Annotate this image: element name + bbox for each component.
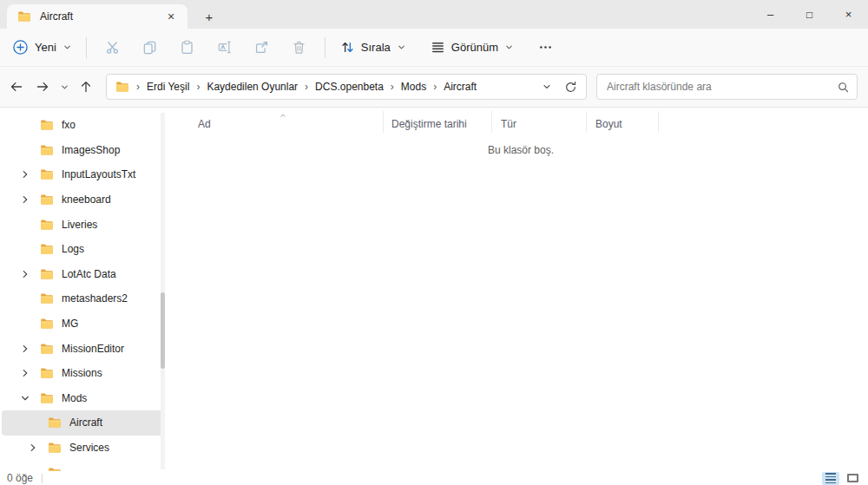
tree-item[interactable]: Aircraft [2, 410, 163, 436]
tree-item[interactable]: LotAtc Data [2, 262, 163, 287]
tree-item[interactable]: MissionEditor [2, 336, 163, 361]
tree-expander[interactable] [17, 317, 33, 331]
tree-expander[interactable] [25, 416, 41, 429]
tree-expander[interactable] [17, 242, 33, 256]
large-icons-view-toggle[interactable] [844, 472, 861, 485]
refresh-icon[interactable] [564, 81, 577, 94]
details-view-icon [825, 473, 836, 483]
copy-button[interactable] [131, 34, 168, 62]
breadcrumb-item[interactable]: Aircraft [426, 81, 477, 93]
column-header[interactable]: Tür [491, 111, 586, 133]
address-dropdown-chevron-icon[interactable] [542, 82, 552, 92]
thumbnail-view-icon [847, 474, 858, 482]
tree-item[interactable]: Missions [2, 361, 163, 386]
folder-icon [40, 218, 54, 232]
tree-expander[interactable] [17, 267, 33, 281]
tree-item-label: kneeboard [62, 193, 111, 206]
new-tab-button[interactable]: + [198, 6, 220, 27]
minimize-button[interactable]: – [751, 0, 790, 29]
tree-item[interactable]: kneeboard [2, 187, 163, 213]
breadcrumb-label: Mods [401, 81, 426, 93]
maximize-button[interactable]: □ [790, 0, 829, 29]
folder-icon [17, 10, 31, 23]
up-button[interactable] [73, 74, 99, 100]
new-button-label: Yeni [35, 41, 56, 54]
copy-icon [142, 40, 157, 55]
view-button[interactable]: Görünüm [423, 34, 522, 62]
back-button[interactable] [3, 74, 30, 100]
delete-button[interactable] [280, 34, 318, 62]
tree-item[interactable] [2, 460, 163, 471]
column-header[interactable]: Boyut [586, 111, 659, 133]
tree-item[interactable]: metashaders2 [2, 286, 163, 311]
tree-expander[interactable] [17, 167, 33, 181]
tree-item-label: Logs [62, 243, 84, 255]
details-view-toggle[interactable] [822, 472, 839, 485]
breadcrumb-item[interactable]: Erdi Yeşil [129, 81, 189, 93]
column-header[interactable]: Değiştirme tarihi [383, 111, 491, 133]
tree-expander[interactable] [17, 118, 33, 132]
chevron-down-icon [60, 82, 69, 92]
tree-item[interactable]: fxo [2, 113, 163, 138]
folder-icon [40, 366, 54, 380]
more-options-button[interactable] [527, 34, 564, 62]
explorer-tab[interactable]: Aircraft × [7, 4, 187, 29]
breadcrumb-item[interactable]: Kaydedilen Oyunlar [189, 81, 298, 93]
tree-item-label: InputLayoutsTxt [62, 168, 135, 180]
breadcrumb-item[interactable]: Mods [384, 81, 426, 93]
tree-item[interactable]: Logs [2, 237, 163, 262]
cut-button[interactable] [94, 34, 131, 62]
tree-item[interactable]: Liveries [2, 212, 163, 237]
toolbar-divider [325, 37, 326, 58]
circle-plus-icon [12, 39, 29, 56]
tree-expander[interactable] [17, 143, 33, 157]
tree-expander[interactable] [17, 366, 33, 380]
tree-item[interactable]: Mods [2, 386, 163, 411]
folder-icon [40, 342, 54, 356]
breadcrumb-label: Aircraft [444, 81, 477, 93]
search-input[interactable] [599, 81, 837, 93]
toolbar-divider [86, 37, 87, 58]
command-toolbar: Yeni Sırala Görünüm [0, 29, 868, 67]
breadcrumb-item[interactable]: DCS.openbeta [298, 81, 384, 93]
column-headers: Ad Değiştirme tarihi Tür Boyut [182, 111, 868, 133]
rename-button[interactable] [206, 34, 243, 62]
search-icon[interactable] [837, 81, 850, 94]
tab-close-button[interactable]: × [161, 8, 181, 25]
tree-expander[interactable] [17, 292, 33, 305]
cut-icon [105, 40, 120, 55]
tree-item-label: Services [69, 442, 109, 454]
close-button[interactable]: × [829, 0, 868, 29]
tree-expander[interactable] [17, 193, 33, 206]
tree-expander[interactable] [17, 342, 33, 356]
window-controls: – □ × [751, 0, 868, 29]
titlebar: Aircraft × + – □ × [0, 0, 868, 29]
sidebar-scrollbar-thumb[interactable] [161, 292, 165, 369]
sort-button[interactable]: Sırala [332, 34, 414, 62]
tree-item-label: Mods [62, 392, 87, 404]
column-header[interactable]: Ad [182, 111, 383, 133]
tab-title: Aircraft [40, 10, 161, 23]
folder-icon [40, 143, 54, 157]
tree-item-label: Liveries [62, 219, 97, 231]
ellipsis-icon [538, 40, 553, 55]
sort-arrows-icon [340, 40, 355, 55]
folder-icon [40, 193, 54, 206]
recent-locations-button[interactable] [56, 74, 73, 100]
new-button[interactable]: Yeni [12, 34, 79, 62]
share-icon [254, 40, 269, 55]
share-button[interactable] [243, 34, 280, 62]
tree-item[interactable]: Services [2, 436, 163, 461]
forward-button[interactable] [30, 74, 56, 100]
tree-expander[interactable] [17, 391, 33, 405]
sidebar-scrollbar-track[interactable] [161, 113, 165, 469]
tree-item-label: ImagesShop [62, 144, 120, 156]
column-header-label: Değiştirme tarihi [391, 118, 467, 130]
tree-expander[interactable] [25, 441, 41, 455]
tree-item[interactable]: MG [2, 311, 163, 337]
tree-item[interactable]: InputLayoutsTxt [2, 162, 163, 187]
paste-button[interactable] [168, 34, 206, 62]
tree-expander[interactable] [17, 218, 33, 232]
tree-item[interactable]: ImagesShop [2, 138, 163, 163]
address-bar[interactable]: Erdi YeşilKaydedilen OyunlarDCS.openbeta… [106, 74, 587, 100]
